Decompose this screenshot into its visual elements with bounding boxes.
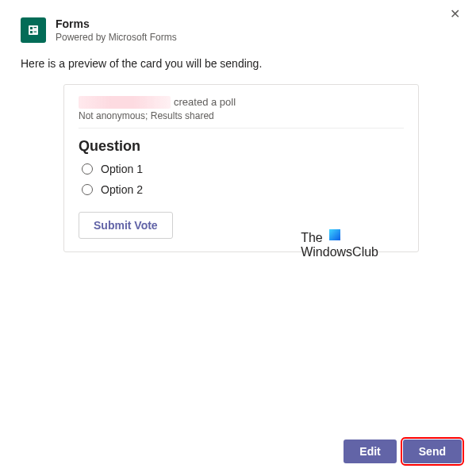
watermark-logo-icon bbox=[329, 229, 340, 240]
redacted-author-name bbox=[79, 96, 171, 109]
watermark: The WindowsClub bbox=[301, 231, 378, 260]
forms-poll-preview-dialog: ✕ Forms Powered by Microsoft Forms Here … bbox=[0, 0, 476, 252]
poll-visibility-text: Not anonymous; Results shared bbox=[79, 110, 404, 121]
close-icon: ✕ bbox=[450, 7, 460, 21]
edit-button[interactable]: Edit bbox=[344, 440, 396, 463]
svg-rect-3 bbox=[30, 31, 33, 33]
close-button[interactable]: ✕ bbox=[450, 6, 460, 21]
watermark-line1: The bbox=[301, 231, 323, 244]
radio-icon bbox=[82, 163, 93, 175]
poll-creator-row: created a poll bbox=[79, 96, 404, 109]
app-title: Forms bbox=[56, 17, 177, 31]
poll-option[interactable]: Option 1 bbox=[82, 163, 404, 175]
watermark-line2: WindowsClub bbox=[301, 245, 378, 259]
app-subtitle: Powered by Microsoft Forms bbox=[56, 31, 177, 44]
svg-rect-2 bbox=[34, 27, 37, 28]
radio-icon bbox=[82, 184, 93, 195]
created-a-poll-text: created a poll bbox=[174, 96, 236, 109]
dialog-header: Forms Powered by Microsoft Forms bbox=[21, 17, 455, 44]
poll-preview-card: created a poll Not anonymous; Results sh… bbox=[63, 84, 419, 253]
svg-rect-4 bbox=[34, 32, 37, 33]
poll-question: Question bbox=[79, 138, 404, 155]
svg-rect-1 bbox=[30, 27, 33, 29]
preview-description: Here is a preview of the card you will b… bbox=[21, 57, 455, 70]
forms-app-icon bbox=[21, 17, 46, 43]
poll-option-label: Option 1 bbox=[101, 163, 143, 175]
send-button[interactable]: Send bbox=[403, 440, 462, 463]
dialog-footer: Edit Send bbox=[344, 440, 462, 463]
poll-option[interactable]: Option 2 bbox=[82, 183, 404, 196]
poll-option-label: Option 2 bbox=[101, 183, 143, 196]
submit-vote-button[interactable]: Submit Vote bbox=[79, 212, 173, 239]
poll-meta-block: created a poll Not anonymous; Results sh… bbox=[79, 96, 404, 129]
svg-rect-0 bbox=[29, 25, 38, 35]
